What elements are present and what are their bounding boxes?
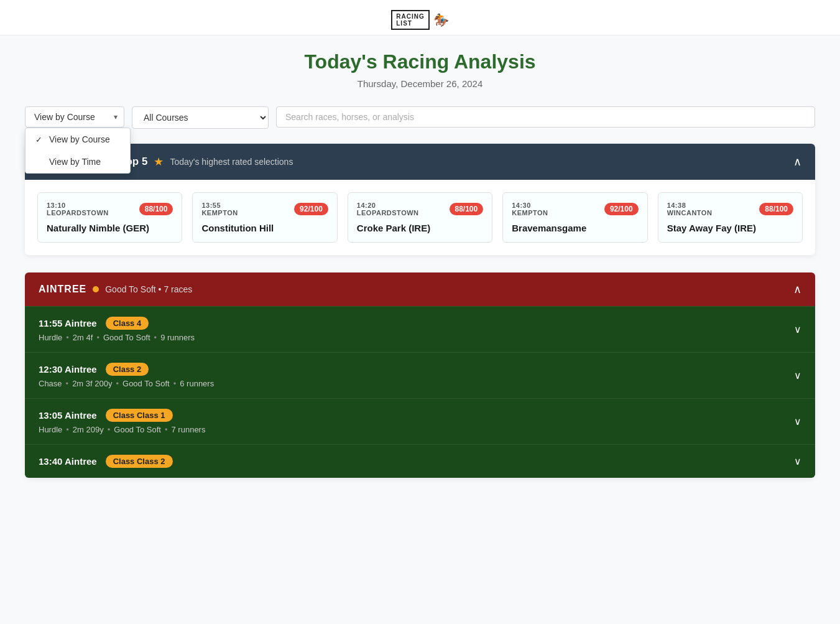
race-row-header-1230: 12:30 Aintree Class 2 <box>39 363 214 376</box>
race-card-header-0: 13:10LEOPARDSTOWN 88/100 <box>47 202 173 217</box>
race-details-1230: Chase • 2m 3f 200y • Good To Soft • 6 ru… <box>39 379 214 388</box>
top5-subtitle: Today's highest rated selections <box>170 157 293 167</box>
top5-card-2[interactable]: 14:20LEOPARDSTOWN 88/100 Croke Park (IRE… <box>348 192 492 243</box>
view-option-course-label: View by Course <box>49 134 110 144</box>
course-select[interactable]: All Courses Aintree Kempton Leopardstown… <box>132 106 269 129</box>
top5-section: The Racing List Top 5 ★ Today's highest … <box>25 144 815 255</box>
view-option-time-label: View by Time <box>49 157 101 167</box>
race-going-1155: Good To Soft <box>103 333 150 342</box>
top5-header: The Racing List Top 5 ★ Today's highest … <box>25 144 815 180</box>
horse-name-2: Croke Park (IRE) <box>357 223 483 233</box>
race-row-left-1305: 13:05 Aintree Class Class 1 Hurdle • 2m … <box>39 409 205 434</box>
race-card-info-3: 14:30KEMPTON <box>512 202 548 217</box>
top5-collapse-button[interactable]: ∧ <box>793 155 801 169</box>
view-dropdown-wrapper: View by Course ✓ View by Course View by … <box>25 106 124 128</box>
score-badge-2: 88/100 <box>450 203 484 215</box>
horse-name-4: Stay Away Fay (IRE) <box>667 223 793 233</box>
no-check-space <box>35 157 44 167</box>
going-dot <box>93 286 99 292</box>
race-card-info-0: 13:10LEOPARDSTOWN <box>47 202 109 217</box>
course-section-aintree: AINTREE Good To Soft • 7 races ∧ 11:55 A… <box>25 272 815 478</box>
race-type-1305: Hurdle <box>39 425 62 434</box>
site-logo: RACINGLIST 🏇 <box>391 10 448 30</box>
race-row-header: 11:55 Aintree Class 4 <box>39 317 195 330</box>
race-row-1155[interactable]: 11:55 Aintree Class 4 Hurdle • 2m 4f • G… <box>25 306 815 352</box>
site-header: RACINGLIST 🏇 <box>0 0 840 35</box>
controls-row: View by Course ✓ View by Course View by … <box>25 106 815 129</box>
race-runners-1305: 7 runners <box>172 425 206 434</box>
race-card-header-4: 14:38WINCANTON 88/100 <box>667 202 793 217</box>
race-card-info-2: 14:20LEOPARDSTOWN <box>357 202 419 217</box>
top5-card-3[interactable]: 14:30KEMPTON 92/100 Bravemansgame <box>502 192 647 243</box>
page-title: Today's Racing Analysis <box>25 50 815 73</box>
race-type-1155: Hurdle <box>39 333 62 342</box>
race-row-header-1340: 13:40 Aintree Class Class 2 <box>39 455 173 468</box>
chevron-down-icon-1155: ∨ <box>794 324 801 335</box>
chevron-down-icon-1230: ∨ <box>794 370 801 381</box>
view-dropdown-button[interactable]: View by Course <box>25 106 124 128</box>
check-icon: ✓ <box>35 135 44 144</box>
race-card-header-2: 14:20LEOPARDSTOWN 88/100 <box>357 202 483 217</box>
race-class-1230: Class 2 <box>106 363 149 376</box>
course-meta-aintree: Good To Soft • 7 races <box>105 284 192 294</box>
race-card-header-3: 14:30KEMPTON 92/100 <box>512 202 638 217</box>
score-badge-0: 88/100 <box>139 203 173 215</box>
course-name-aintree: AINTREE <box>39 284 86 295</box>
aintree-collapse-button[interactable]: ∧ <box>793 282 801 296</box>
chevron-down-icon-1340: ∨ <box>794 455 801 467</box>
horse-name-3: Bravemansgame <box>512 223 638 233</box>
race-row-1340[interactable]: 13:40 Aintree Class Class 2 ∨ <box>25 444 815 478</box>
top5-card-4[interactable]: 14:38WINCANTON 88/100 Stay Away Fay (IRE… <box>658 192 803 243</box>
score-badge-3: 92/100 <box>604 203 639 215</box>
race-going-1230: Good To Soft <box>122 379 170 388</box>
race-row-left-1230: 12:30 Aintree Class 2 Chase • 2m 3f 200y… <box>39 363 214 388</box>
race-class-1340: Class Class 2 <box>106 455 173 468</box>
horse-name-1: Constitution Hill <box>201 223 328 233</box>
race-time-1230: 12:30 Aintree <box>39 364 97 375</box>
course-header-aintree[interactable]: AINTREE Good To Soft • 7 races ∧ <box>25 272 815 306</box>
view-dropdown-label: View by Course <box>34 112 95 122</box>
race-card-info-4: 14:38WINCANTON <box>667 202 713 217</box>
race-row-1230[interactable]: 12:30 Aintree Class 2 Chase • 2m 3f 200y… <box>25 352 815 398</box>
top5-card-1[interactable]: 13:55KEMPTON 92/100 Constitution Hill <box>192 192 337 243</box>
race-details-1155: Hurdle • 2m 4f • Good To Soft • 9 runner… <box>39 333 195 342</box>
horse-name-0: Naturally Nimble (GER) <box>47 223 173 233</box>
race-card-info-1: 13:55KEMPTON <box>201 202 238 217</box>
race-going-1305: Good To Soft <box>114 425 161 434</box>
top5-card-0[interactable]: 13:10LEOPARDSTOWN 88/100 Naturally Nimbl… <box>37 192 182 243</box>
race-distance-1155: 2m 4f <box>73 333 93 342</box>
race-class-1155: Class 4 <box>106 317 149 330</box>
race-time-1340: 13:40 Aintree <box>39 456 97 467</box>
view-dropdown-menu: ✓ View by Course View by Time <box>25 128 131 174</box>
chevron-down-icon-1305: ∨ <box>794 416 801 427</box>
view-option-course[interactable]: ✓ View by Course <box>25 128 130 151</box>
race-type-1230: Chase <box>39 379 62 388</box>
race-row-left: 11:55 Aintree Class 4 Hurdle • 2m 4f • G… <box>39 317 195 342</box>
race-class-1305: Class Class 1 <box>106 409 173 422</box>
star-icon: ★ <box>154 155 164 169</box>
race-distance-1305: 2m 209y <box>73 425 104 434</box>
race-row-left-1340: 13:40 Aintree Class Class 2 <box>39 455 173 468</box>
race-details-1305: Hurdle • 2m 209y • Good To Soft • 7 runn… <box>39 425 205 434</box>
race-row-header-1305: 13:05 Aintree Class Class 1 <box>39 409 205 422</box>
race-time-1305: 13:05 Aintree <box>39 410 97 421</box>
logo-box: RACINGLIST <box>391 10 429 30</box>
top5-cards: 13:10LEOPARDSTOWN 88/100 Naturally Nimbl… <box>25 180 815 255</box>
view-option-time[interactable]: View by Time <box>25 151 130 173</box>
race-runners-1230: 6 runners <box>180 379 214 388</box>
main-content: Today's Racing Analysis Thursday, Decemb… <box>0 35 840 503</box>
race-row-1305[interactable]: 13:05 Aintree Class Class 1 Hurdle • 2m … <box>25 398 815 444</box>
course-header-left: AINTREE Good To Soft • 7 races <box>39 284 192 295</box>
page-subtitle: Thursday, December 26, 2024 <box>25 78 815 89</box>
race-runners-1155: 9 runners <box>160 333 195 342</box>
race-distance-1230: 2m 3f 200y <box>72 379 112 388</box>
search-input[interactable] <box>276 106 815 128</box>
race-time-1155: 11:55 Aintree <box>39 318 97 328</box>
race-card-header-1: 13:55KEMPTON 92/100 <box>201 202 328 217</box>
score-badge-1: 92/100 <box>294 203 328 215</box>
score-badge-4: 88/100 <box>759 203 793 215</box>
logo-horse-icon: 🏇 <box>433 12 449 27</box>
